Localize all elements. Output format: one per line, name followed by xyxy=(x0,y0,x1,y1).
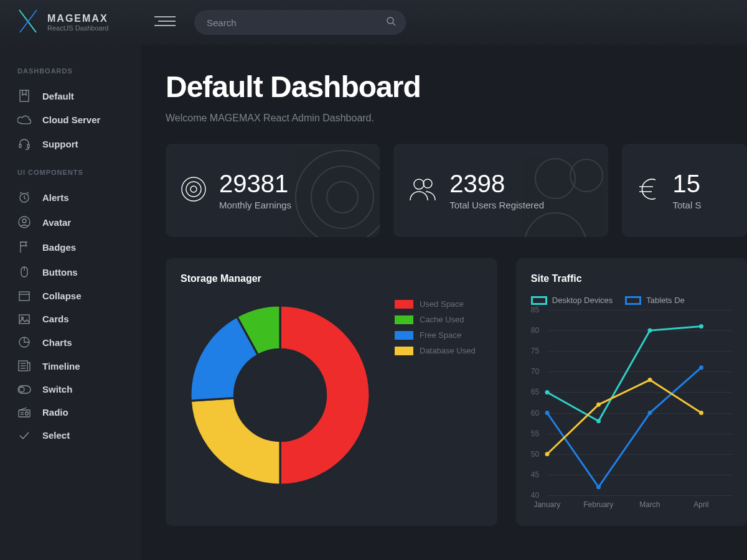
menu-toggle-icon[interactable] xyxy=(154,15,176,30)
svg-rect-6 xyxy=(19,144,21,147)
sidebar-item-switch[interactable]: Switch xyxy=(0,378,141,401)
svg-point-40 xyxy=(545,390,549,394)
sidebar-item-label: Default xyxy=(42,91,74,101)
page-subtitle: Welcome MAGEMAX React Admin Dashboard. xyxy=(166,113,747,124)
legend-item-cache-used: Cache Used xyxy=(395,315,476,324)
sidebar-item-label: Avatar xyxy=(42,217,71,228)
site-traffic-line-chart: 40455055606570758085JanuaryFebruaryMarch… xyxy=(531,310,732,509)
target-bg-icon xyxy=(293,147,380,237)
sidebar-item-collapse[interactable]: Collapse xyxy=(0,284,141,307)
users-icon xyxy=(408,177,437,204)
legend-item-database-used: Database Used xyxy=(395,346,476,355)
svg-point-50 xyxy=(647,378,652,382)
sidebar-item-cloud-server[interactable]: Cloud Server xyxy=(0,108,141,131)
traffic-legend: Desktop Devices Tablets De xyxy=(531,296,732,305)
sidebar-item-charts[interactable]: Charts xyxy=(0,330,141,354)
sidebar-item-label: Radio xyxy=(42,407,68,418)
toggle-icon xyxy=(17,385,31,394)
sidebar-item-label: Alerts xyxy=(42,192,69,203)
svg-point-29 xyxy=(186,182,201,197)
search-wrap xyxy=(194,10,406,35)
mouse-icon xyxy=(17,266,31,278)
sidebar-item-label: Charts xyxy=(42,337,72,348)
legend-item-free-space: Free Space xyxy=(395,330,476,340)
sidebar-section-ui-components: UI COMPONENTS xyxy=(0,156,141,185)
sidebar-item-support[interactable]: Support xyxy=(0,131,141,156)
search-icon[interactable] xyxy=(386,16,396,29)
search-input[interactable] xyxy=(194,10,406,35)
main-content: Default Dashboard Welcome MAGEMAX React … xyxy=(141,45,747,560)
svg-point-49 xyxy=(596,403,601,407)
alarm-clock-icon xyxy=(17,191,31,203)
stat-label: Total S xyxy=(673,200,702,210)
sidebar-item-timeline[interactable]: Timeline xyxy=(0,354,141,378)
svg-point-30 xyxy=(190,186,197,192)
stat-label: Monthly Earnings xyxy=(219,200,291,210)
sidebar-item-label: Cloud Server xyxy=(42,114,100,125)
svg-point-36 xyxy=(535,159,575,198)
panels-row: Storage Manager Used Space Cache Used Fr… xyxy=(166,258,747,526)
sidebar-item-label: Badges xyxy=(42,242,76,253)
svg-point-31 xyxy=(296,151,380,237)
svg-point-45 xyxy=(596,485,601,489)
sidebar-item-badges[interactable]: Badges xyxy=(0,235,141,259)
svg-rect-13 xyxy=(19,292,29,301)
headset-icon xyxy=(17,138,31,150)
users-bg-icon xyxy=(515,147,608,237)
window-icon xyxy=(17,291,31,301)
pie-chart-icon xyxy=(17,337,31,348)
svg-rect-5 xyxy=(20,90,29,101)
svg-point-48 xyxy=(545,452,549,456)
topbar: MAGEMAX ReactJS Dashboard xyxy=(0,0,747,45)
svg-point-46 xyxy=(647,411,652,415)
stat-value: 29381 xyxy=(219,171,291,196)
sidebar-item-label: Buttons xyxy=(42,267,78,278)
sidebar-item-select[interactable]: Select xyxy=(0,424,141,447)
sidebar-item-label: Collapse xyxy=(42,291,82,301)
logo-area: MAGEMAX ReactJS Dashboard xyxy=(17,9,148,36)
site-traffic-panel: Site Traffic Desktop Devices Tablets De … xyxy=(516,258,747,526)
panel-title: Storage Manager xyxy=(181,273,482,284)
sidebar-item-buttons[interactable]: Buttons xyxy=(0,259,141,284)
sidebar-item-label: Support xyxy=(42,139,78,149)
storage-legend: Used Space Cache Used Free Space Databas… xyxy=(395,296,476,495)
page-title: Default Dashboard xyxy=(166,70,747,104)
euro-icon xyxy=(637,176,660,205)
brand-name: MAGEMAX xyxy=(47,13,108,24)
svg-point-34 xyxy=(414,179,424,189)
stat-value: 15 xyxy=(673,171,702,196)
sidebar-item-avatar[interactable]: Avatar xyxy=(0,210,141,235)
stat-card-users[interactable]: 2398 Total Users Registered xyxy=(393,144,608,237)
sidebar-item-radio[interactable]: Radio xyxy=(0,401,141,424)
stats-row: 29381 Monthly Earnings 2398 Total Users … xyxy=(166,144,747,237)
sidebar-item-alerts[interactable]: Alerts xyxy=(0,185,141,210)
svg-point-23 xyxy=(19,387,24,392)
svg-point-3 xyxy=(387,17,393,24)
legend-item-tablets: Tablets De xyxy=(625,296,684,305)
target-icon xyxy=(181,176,207,205)
bookmark-icon xyxy=(17,90,31,102)
svg-point-35 xyxy=(423,179,432,188)
svg-point-33 xyxy=(327,182,358,213)
sidebar-item-default[interactable]: Default xyxy=(0,83,141,108)
svg-point-32 xyxy=(311,166,374,228)
svg-rect-7 xyxy=(27,144,29,147)
sidebar-item-label: Cards xyxy=(42,314,69,324)
brand-subtitle: ReactJS Dashboard xyxy=(47,24,108,32)
sidebar-item-label: Timeline xyxy=(42,361,80,371)
storage-manager-panel: Storage Manager Used Space Cache Used Fr… xyxy=(166,258,497,526)
svg-point-43 xyxy=(699,324,703,329)
legend-item-used-space: Used Space xyxy=(395,299,476,309)
sidebar: DASHBOARDS Default Cloud Server Support … xyxy=(0,45,141,560)
radio-device-icon xyxy=(17,408,31,418)
panel-title: Site Traffic xyxy=(531,273,732,284)
storage-donut-chart xyxy=(181,296,380,495)
sidebar-item-cards[interactable]: Cards xyxy=(0,307,141,330)
svg-point-51 xyxy=(699,411,703,415)
stat-card-earnings[interactable]: 29381 Monthly Earnings xyxy=(166,144,380,237)
check-icon xyxy=(17,431,31,440)
logo-mark-icon xyxy=(17,9,39,36)
stat-card-sales[interactable]: 15 Total S xyxy=(622,144,747,237)
svg-line-4 xyxy=(393,23,395,26)
sidebar-item-label: Select xyxy=(42,430,70,441)
